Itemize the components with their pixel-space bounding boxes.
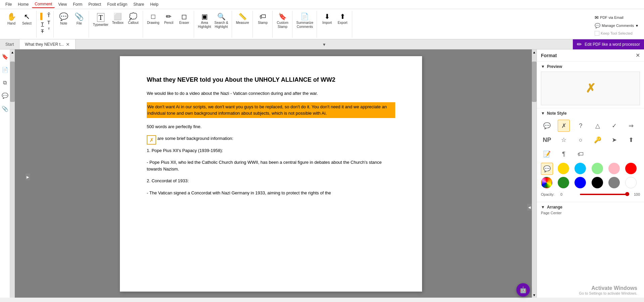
menu-foxit-esign[interactable]: Foxit eSign	[104, 1, 130, 8]
stamp-button[interactable]: 🏷 Stamp	[256, 12, 270, 26]
editor-banner[interactable]: ✏ Edit PDF like a word processor	[573, 39, 644, 49]
export-button[interactable]: ⬆ Export	[335, 12, 350, 26]
menu-help[interactable]: Help	[147, 1, 161, 8]
file-button[interactable]: 📎 File	[72, 12, 87, 27]
style-cross[interactable]: ✗	[558, 120, 570, 132]
arrange-section: ▼ Arrange Page Center	[537, 202, 644, 218]
underline-button[interactable]: T	[39, 21, 46, 28]
format-panel-close-button[interactable]: ✕	[636, 52, 640, 59]
color-gray[interactable]	[608, 177, 620, 188]
opacity-thumb[interactable]	[625, 192, 629, 196]
style-arrow-right2[interactable]: ➤	[608, 134, 620, 146]
collapse-left-arrow[interactable]: ▶	[26, 174, 30, 180]
arrange-header[interactable]: ▼ Arrange	[541, 205, 640, 210]
eraser-button[interactable]: ◻ Eraser	[177, 12, 192, 26]
area-highlight-button[interactable]: ▣ AreaHighlight	[197, 12, 213, 30]
tab-close-button[interactable]: ✕	[66, 42, 70, 47]
color-yellow[interactable]	[558, 163, 569, 174]
measure-button[interactable]: 📏 Measure	[235, 12, 250, 26]
sidebar-page-icon[interactable]: 📄	[0, 65, 10, 74]
color-rainbow[interactable]	[541, 177, 552, 188]
note-style-label: Note Style	[547, 111, 567, 116]
scroll-up-button[interactable]: ▲	[10, 49, 15, 55]
scroll-thumb[interactable]	[10, 62, 15, 102]
menu-protect[interactable]: Protect	[86, 1, 104, 8]
ribbon-group-stamp: 🏷 Stamp	[254, 11, 273, 38]
menu-file[interactable]: File	[3, 1, 14, 8]
ribbon-group-text-annotations: ▌ T T T̃ T ᵀ	[37, 11, 54, 38]
style-note2[interactable]: 📝	[541, 148, 553, 160]
import-button[interactable]: ⬇ Import	[320, 12, 334, 26]
style-paragraph[interactable]: ¶	[558, 148, 570, 160]
scroll-down-right-button[interactable]: ▼	[532, 292, 537, 298]
sidebar-copy-icon[interactable]: ⧉	[2, 78, 8, 87]
note-button[interactable]: 💬 Note	[56, 12, 71, 27]
color-pink[interactable]	[608, 163, 620, 174]
menu-comment[interactable]: Comment	[32, 1, 55, 8]
menu-share[interactable]: Share	[131, 1, 147, 8]
insert-icon: ᵀ	[48, 27, 50, 32]
tab-start[interactable]: Start	[0, 39, 19, 49]
style-help[interactable]: ?	[574, 120, 587, 132]
style-tag[interactable]: 🏷	[574, 148, 587, 160]
sidebar-attach-icon[interactable]: 📎	[0, 104, 10, 113]
tab-dropdown-button[interactable]: ▾	[320, 42, 328, 47]
right-scroll-track: ▲ ▼	[532, 49, 537, 298]
style-comment[interactable]: 💬	[541, 120, 553, 132]
squiggly-button[interactable]: T̃	[46, 12, 51, 19]
keep-tool-checkbox[interactable]	[595, 31, 599, 36]
hand-button[interactable]: ✋ Hand	[4, 12, 19, 27]
color-white[interactable]	[625, 177, 637, 188]
manage-comments-button[interactable]: 💬 Manage Comments ▼	[593, 22, 640, 29]
cross-annotation[interactable]: ✗	[147, 135, 156, 145]
ai-chat-button[interactable]: 🤖	[516, 283, 530, 297]
custom-stamp-button[interactable]: 🔖 CustomStamp	[275, 12, 290, 30]
textbox-button[interactable]: ⬜ Textbox	[110, 12, 125, 26]
ribbon-right: ✉ PDF via Email 💬 Manage Comments ▼ Keep…	[591, 13, 642, 38]
collapse-right-arrow[interactable]: ◀	[527, 204, 532, 211]
menu-home[interactable]: Home	[15, 1, 31, 8]
strikethrough-button[interactable]: T	[39, 28, 46, 35]
color-black[interactable]	[592, 177, 603, 188]
page-container[interactable]: What they NEVER told you About the UNHOL…	[15, 49, 527, 298]
summarize-button[interactable]: 📄 SummarizeComments	[295, 12, 315, 30]
textbox-icon: ⬜	[113, 13, 122, 20]
sidebar-bookmark-icon[interactable]: 🔖	[0, 52, 10, 61]
typewriter-button[interactable]: T Typewriter	[92, 12, 110, 28]
color-red[interactable]	[625, 163, 637, 174]
insert-button[interactable]: ᵀ	[46, 26, 51, 33]
note-style-header[interactable]: ▼ Note Style	[541, 111, 640, 116]
style-circle[interactable]: ○	[574, 134, 587, 146]
style-key[interactable]: 🔑	[592, 134, 604, 146]
sidebar-comment-icon[interactable]: 💬	[0, 91, 10, 100]
ribbon-group-custom-stamp: 🔖 CustomStamp	[273, 11, 292, 38]
style-arrow-right[interactable]: ⇒	[625, 120, 637, 132]
callout-button[interactable]: 💭 Callout	[126, 12, 141, 26]
color-comment-yellow[interactable]: 💬	[541, 163, 553, 175]
scroll-up-right-button[interactable]: ▲	[532, 49, 537, 55]
search-highlight-button[interactable]: 🔍 Search &Highlight	[213, 12, 230, 30]
color-green-light[interactable]	[592, 163, 603, 174]
color-dark-green[interactable]	[558, 177, 569, 188]
style-arrow-up[interactable]: ⬆	[625, 134, 637, 146]
pencil-button[interactable]: ✏ Pencil	[162, 12, 176, 26]
color-blue[interactable]	[574, 177, 586, 188]
highlight-button[interactable]: ▌	[39, 12, 46, 21]
opacity-slider[interactable]	[580, 194, 629, 195]
style-star[interactable]: ☆	[558, 134, 570, 146]
select-button[interactable]: ↖ Select	[19, 12, 34, 27]
preview-section-header[interactable]: ▼ Preview	[541, 64, 640, 69]
style-check[interactable]: ✓	[608, 120, 620, 132]
menu-view[interactable]: View	[55, 1, 70, 8]
manage-comments-dropdown-icon: ▼	[635, 24, 639, 28]
pdf-email-button[interactable]: ✉ PDF via Email	[593, 14, 625, 21]
replace-button[interactable]: T	[46, 19, 51, 26]
right-scroll-thumb[interactable]	[532, 62, 537, 102]
color-cyan[interactable]	[574, 163, 586, 174]
drawing-button[interactable]: □ Drawing	[146, 12, 161, 26]
tab-active[interactable]: What they NEVER t... ✕	[19, 39, 75, 49]
menu-form[interactable]: Form	[70, 1, 85, 8]
style-triangle[interactable]: △	[592, 120, 604, 132]
style-np[interactable]: NP	[541, 134, 553, 146]
note-style-grid: 💬 ✗ ? △ ✓ ⇒ NP ☆ ○ 🔑 ➤ ⬆ 📝 ¶ 🏷	[541, 118, 640, 161]
